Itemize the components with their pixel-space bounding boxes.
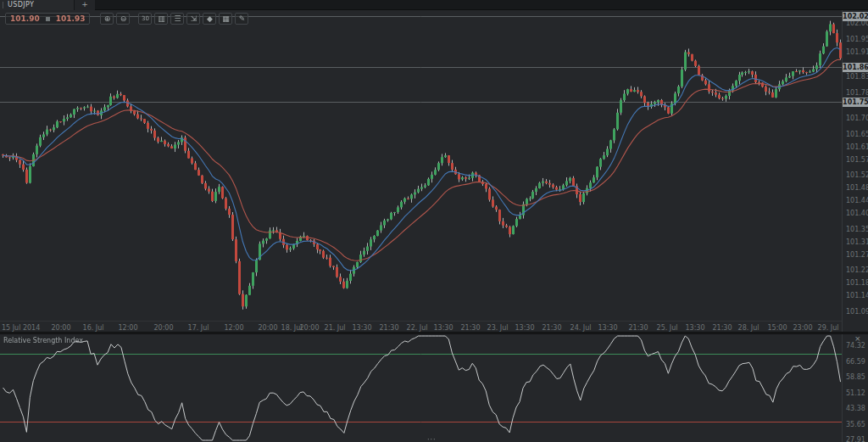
tab-bar: USDJPY + [0, 0, 868, 10]
indicator-list-icon[interactable]: ☰ [170, 13, 184, 25]
time-tick-label: 12:00 [224, 324, 243, 332]
time-tick-label: 13:30 [433, 324, 453, 332]
new-panel-icon[interactable]: ▦ [219, 13, 232, 25]
time-tick-label: 20:00 [153, 324, 173, 332]
price-axis[interactable]: 102.00101.95101.91101.83101.78101.70101.… [842, 10, 868, 332]
trading-app-window: USDJPY + 101.90 101.93 ⊕⊖30▥☰⇲◆▦✎ 15 Jul… [0, 0, 868, 442]
time-tick-label: 17. Jul [188, 324, 209, 332]
chart-toolbar: 101.90 101.93 ⊕⊖30▥☰⇲◆▦✎ [5, 13, 251, 25]
bottom-drag-handle-icon[interactable]: ··· [427, 439, 437, 442]
time-tick-label: 15 Jul 2014 [2, 324, 40, 332]
price-tick-label: 101.09 [846, 308, 868, 316]
time-tick-label: 21:30 [460, 324, 480, 332]
time-tick-label: 15:00 [767, 324, 787, 332]
price-marker-label: 101.86 [843, 63, 868, 72]
price-tick-label: 101.40 [846, 210, 868, 217]
time-tick-label: 25. Jul [657, 324, 678, 332]
price-marker-label: 101.75 [843, 98, 868, 107]
time-tick-label: 13:30 [515, 324, 534, 332]
rsi-tick-label: 35.65 [846, 421, 865, 428]
rsi-tick-label: 58.85 [846, 373, 865, 381]
time-tick-label: 24. Jul [570, 324, 592, 332]
quote-display: 101.90 101.93 [5, 13, 90, 25]
price-tick-label: 101.35 [846, 226, 868, 233]
time-tick-label: 12:00 [118, 324, 137, 332]
rsi-tick-label: 43.38 [846, 405, 865, 412]
time-tick-label: 28. Jul [738, 324, 760, 332]
rsi-axis: 74.3266.5958.8551.1243.3835.6527.91 [842, 334, 868, 442]
price-tick-label: 101.44 [846, 197, 868, 204]
chart-type-icon[interactable]: ▥ [154, 13, 168, 25]
price-tick-label: 101.57 [846, 156, 868, 164]
zoom-in-icon[interactable]: ⊕ [100, 13, 114, 25]
tab-grip-icon [3, 2, 3, 8]
price-tick-label: 101.61 [846, 143, 868, 151]
rsi-tick-label: 66.59 [846, 358, 865, 366]
draw-icon[interactable]: ✎ [235, 13, 248, 25]
timeframe-30-icon[interactable]: 30 [138, 13, 152, 25]
time-tick-label: 21. Jul [325, 324, 346, 332]
price-tick-label: 101.18 [846, 279, 868, 287]
new-tab-button[interactable]: + [74, 0, 95, 10]
time-tick-label: 21:30 [542, 324, 561, 332]
price-tick-label: 101.70 [846, 115, 868, 122]
price-tick-label: 101.48 [846, 184, 868, 192]
price-tick-label: 101.83 [846, 73, 868, 81]
tab-label: USDJPY [8, 1, 34, 8]
time-tick-label: 16. Jul [83, 324, 104, 332]
expand-icon[interactable]: ⇲ [186, 13, 200, 25]
zoom-out-icon[interactable]: ⊖ [116, 13, 130, 25]
price-marker-label: 102.02 [843, 12, 868, 21]
time-tick-label: 20:00 [258, 324, 277, 332]
time-tick-label: 23. Jul [487, 324, 509, 332]
tag-icon[interactable]: ◆ [203, 13, 216, 25]
time-tick-label: 13:30 [598, 324, 617, 332]
time-tick-label: 13:30 [685, 324, 704, 332]
time-tick-label: 22. Jul [407, 324, 428, 332]
time-tick-label: 21:30 [712, 324, 732, 332]
price-tick-label: 101.22 [846, 266, 868, 274]
time-tick-label: 21:30 [628, 324, 648, 332]
time-tick-label: 23:00 [793, 324, 812, 332]
price-tick-label: 101.78 [846, 89, 868, 97]
time-axis: 15 Jul 201420:0016. Jul12:0020:0017. Jul… [0, 321, 842, 332]
tool-button-bar: ⊕⊖30▥☰⇲◆▦✎ [100, 13, 251, 25]
time-tick-label: 13:30 [352, 324, 371, 332]
tab-usdjpy[interactable]: USDJPY [0, 0, 74, 10]
bid-price: 101.90 [10, 14, 40, 23]
time-tick-label: 20:00 [299, 324, 319, 332]
rsi-indicator-canvas[interactable] [0, 334, 842, 442]
price-chart-canvas[interactable] [0, 10, 842, 321]
price-tick-label: 101.52 [846, 171, 868, 179]
price-tick-label: 101.91 [846, 48, 868, 56]
rsi-close-button[interactable]: × [854, 335, 861, 343]
time-tick-label: 29. Jul [818, 324, 839, 332]
price-tick-label: 101.14 [846, 292, 868, 299]
rsi-panel-title: Relative Strength Index [3, 337, 83, 344]
price-tick-label: 101.95 [846, 36, 868, 43]
quote-separator-icon [46, 17, 50, 21]
rsi-tick-label: 74.32 [846, 342, 865, 350]
time-tick-label: 20:00 [51, 324, 70, 332]
rsi-tick-label: 27.91 [846, 436, 865, 442]
ask-price: 101.93 [56, 14, 86, 23]
time-tick-label: 21:30 [379, 324, 398, 332]
price-tick-label: 101.65 [846, 131, 868, 138]
price-tick-label: 101.31 [846, 238, 868, 246]
price-tick-label: 101.27 [846, 251, 868, 259]
rsi-tick-label: 51.12 [846, 389, 865, 397]
